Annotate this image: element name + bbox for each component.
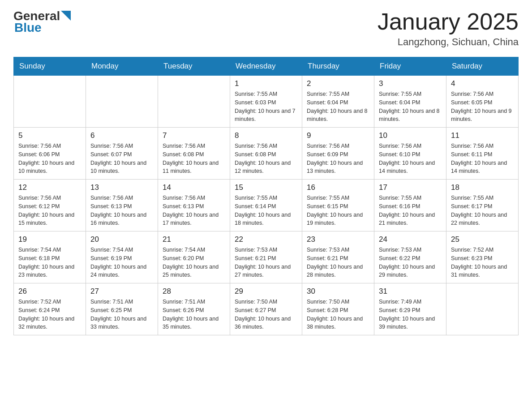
header-row: SundayMondayTuesdayWednesdayThursdayFrid… (14, 57, 519, 76)
day-number: 11 (451, 131, 514, 140)
day-number: 30 (307, 287, 369, 296)
day-info: Sunrise: 7:56 AM Sunset: 6:10 PM Dayligh… (379, 142, 442, 176)
day-cell (446, 283, 519, 335)
location: Langzhong, Sichuan, China (378, 36, 519, 48)
day-number: 10 (379, 131, 442, 140)
day-cell: 16Sunrise: 7:55 AM Sunset: 6:15 PM Dayli… (302, 180, 374, 231)
day-cell (158, 76, 230, 128)
day-cell: 12Sunrise: 7:56 AM Sunset: 6:12 PM Dayli… (14, 180, 86, 231)
day-number: 29 (235, 287, 297, 296)
day-number: 25 (451, 235, 514, 244)
day-info: Sunrise: 7:51 AM Sunset: 6:25 PM Dayligh… (90, 298, 153, 331)
day-number: 21 (163, 235, 225, 244)
day-info: Sunrise: 7:51 AM Sunset: 6:26 PM Dayligh… (163, 298, 225, 331)
day-info: Sunrise: 7:55 AM Sunset: 6:04 PM Dayligh… (307, 90, 369, 124)
day-cell: 6Sunrise: 7:56 AM Sunset: 6:07 PM Daylig… (86, 128, 158, 180)
day-info: Sunrise: 7:52 AM Sunset: 6:23 PM Dayligh… (451, 246, 514, 279)
day-number: 3 (379, 79, 442, 88)
day-info: Sunrise: 7:55 AM Sunset: 6:15 PM Dayligh… (307, 194, 369, 227)
day-number: 31 (379, 287, 442, 296)
day-info: Sunrise: 7:56 AM Sunset: 6:09 PM Dayligh… (307, 142, 369, 176)
page-header: General Blue January 2025 Langzhong, Sic… (13, 9, 519, 48)
day-cell: 15Sunrise: 7:55 AM Sunset: 6:14 PM Dayli… (230, 180, 302, 231)
day-info: Sunrise: 7:56 AM Sunset: 6:05 PM Dayligh… (451, 90, 514, 124)
day-number: 23 (307, 235, 369, 244)
day-number: 13 (90, 183, 153, 192)
day-info: Sunrise: 7:56 AM Sunset: 6:06 PM Dayligh… (18, 142, 81, 176)
day-cell: 2Sunrise: 7:55 AM Sunset: 6:04 PM Daylig… (302, 76, 374, 128)
header-cell-sunday: Sunday (14, 57, 86, 76)
logo-blue: Blue (14, 21, 42, 35)
day-cell: 17Sunrise: 7:55 AM Sunset: 6:16 PM Dayli… (374, 180, 446, 231)
day-info: Sunrise: 7:53 AM Sunset: 6:21 PM Dayligh… (235, 246, 297, 279)
day-cell: 25Sunrise: 7:52 AM Sunset: 6:23 PM Dayli… (446, 231, 519, 283)
day-number: 12 (18, 183, 81, 192)
day-cell: 3Sunrise: 7:55 AM Sunset: 6:04 PM Daylig… (374, 76, 446, 128)
week-row-5: 26Sunrise: 7:52 AM Sunset: 6:24 PM Dayli… (14, 283, 519, 335)
week-row-4: 19Sunrise: 7:54 AM Sunset: 6:18 PM Dayli… (14, 231, 519, 283)
day-info: Sunrise: 7:56 AM Sunset: 6:08 PM Dayligh… (163, 142, 225, 176)
calendar-header: SundayMondayTuesdayWednesdayThursdayFrid… (14, 57, 519, 76)
day-info: Sunrise: 7:53 AM Sunset: 6:22 PM Dayligh… (379, 246, 442, 279)
day-number: 14 (163, 183, 225, 192)
day-info: Sunrise: 7:56 AM Sunset: 6:12 PM Dayligh… (18, 194, 81, 227)
day-number: 20 (90, 235, 153, 244)
day-number: 15 (235, 183, 297, 192)
day-cell: 27Sunrise: 7:51 AM Sunset: 6:25 PM Dayli… (86, 283, 158, 335)
header-cell-thursday: Thursday (302, 57, 374, 76)
day-number: 4 (451, 79, 514, 88)
header-cell-friday: Friday (374, 57, 446, 76)
day-number: 27 (90, 287, 153, 296)
header-cell-tuesday: Tuesday (158, 57, 230, 76)
day-number: 7 (163, 131, 225, 140)
month-title: January 2025 (378, 9, 519, 34)
day-cell (86, 76, 158, 128)
day-number: 22 (235, 235, 297, 244)
day-info: Sunrise: 7:54 AM Sunset: 6:20 PM Dayligh… (163, 246, 225, 279)
header-cell-monday: Monday (86, 57, 158, 76)
day-info: Sunrise: 7:55 AM Sunset: 6:03 PM Dayligh… (235, 90, 297, 124)
day-number: 18 (451, 183, 514, 192)
day-cell: 24Sunrise: 7:53 AM Sunset: 6:22 PM Dayli… (374, 231, 446, 283)
day-cell: 5Sunrise: 7:56 AM Sunset: 6:06 PM Daylig… (14, 128, 86, 180)
day-info: Sunrise: 7:52 AM Sunset: 6:24 PM Dayligh… (18, 298, 81, 331)
day-number: 6 (90, 131, 153, 140)
day-number: 8 (235, 131, 297, 140)
day-cell: 30Sunrise: 7:50 AM Sunset: 6:28 PM Dayli… (302, 283, 374, 335)
week-row-3: 12Sunrise: 7:56 AM Sunset: 6:12 PM Dayli… (14, 180, 519, 231)
day-number: 28 (163, 287, 225, 296)
day-cell: 21Sunrise: 7:54 AM Sunset: 6:20 PM Dayli… (158, 231, 230, 283)
day-info: Sunrise: 7:55 AM Sunset: 6:16 PM Dayligh… (379, 194, 442, 227)
day-cell: 13Sunrise: 7:56 AM Sunset: 6:13 PM Dayli… (86, 180, 158, 231)
header-cell-saturday: Saturday (446, 57, 519, 76)
calendar-table: SundayMondayTuesdayWednesdayThursdayFrid… (13, 57, 519, 335)
day-cell: 28Sunrise: 7:51 AM Sunset: 6:26 PM Dayli… (158, 283, 230, 335)
header-cell-wednesday: Wednesday (230, 57, 302, 76)
day-cell: 22Sunrise: 7:53 AM Sunset: 6:21 PM Dayli… (230, 231, 302, 283)
day-info: Sunrise: 7:49 AM Sunset: 6:29 PM Dayligh… (379, 298, 442, 331)
logo: General Blue (13, 9, 71, 35)
day-info: Sunrise: 7:55 AM Sunset: 6:14 PM Dayligh… (235, 194, 297, 227)
svg-marker-0 (61, 11, 71, 21)
day-info: Sunrise: 7:56 AM Sunset: 6:08 PM Dayligh… (235, 142, 297, 176)
day-cell: 20Sunrise: 7:54 AM Sunset: 6:19 PM Dayli… (86, 231, 158, 283)
day-info: Sunrise: 7:54 AM Sunset: 6:19 PM Dayligh… (90, 246, 153, 279)
day-info: Sunrise: 7:56 AM Sunset: 6:07 PM Dayligh… (90, 142, 153, 176)
day-number: 17 (379, 183, 442, 192)
day-cell: 14Sunrise: 7:56 AM Sunset: 6:13 PM Dayli… (158, 180, 230, 231)
day-number: 19 (18, 235, 81, 244)
day-cell: 23Sunrise: 7:53 AM Sunset: 6:21 PM Dayli… (302, 231, 374, 283)
day-cell: 19Sunrise: 7:54 AM Sunset: 6:18 PM Dayli… (14, 231, 86, 283)
day-number: 1 (235, 79, 297, 88)
day-cell: 1Sunrise: 7:55 AM Sunset: 6:03 PM Daylig… (230, 76, 302, 128)
day-cell: 29Sunrise: 7:50 AM Sunset: 6:27 PM Dayli… (230, 283, 302, 335)
day-info: Sunrise: 7:53 AM Sunset: 6:21 PM Dayligh… (307, 246, 369, 279)
day-number: 5 (18, 131, 81, 140)
day-cell: 10Sunrise: 7:56 AM Sunset: 6:10 PM Dayli… (374, 128, 446, 180)
day-cell (14, 76, 86, 128)
day-cell: 18Sunrise: 7:55 AM Sunset: 6:17 PM Dayli… (446, 180, 519, 231)
week-row-2: 5Sunrise: 7:56 AM Sunset: 6:06 PM Daylig… (14, 128, 519, 180)
day-number: 2 (307, 79, 369, 88)
day-info: Sunrise: 7:50 AM Sunset: 6:28 PM Dayligh… (307, 298, 369, 331)
day-number: 16 (307, 183, 369, 192)
